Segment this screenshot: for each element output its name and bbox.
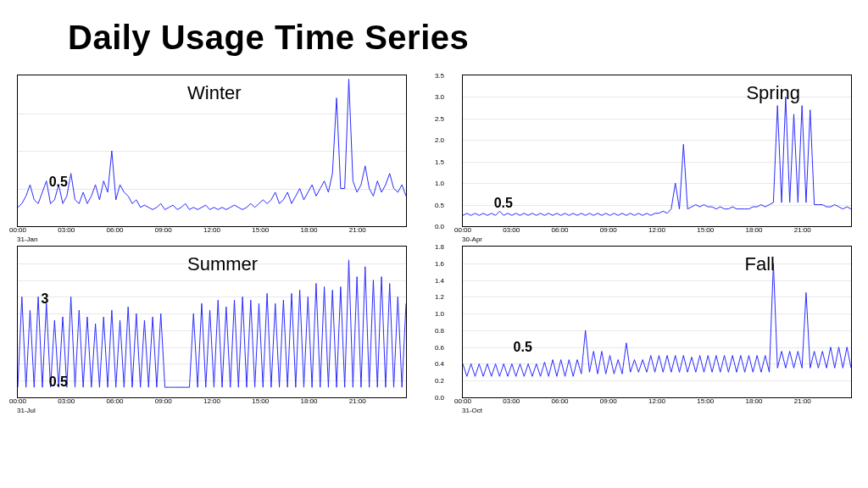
x-tick: 12:00	[648, 397, 665, 405]
annotation: 0.5	[514, 340, 532, 355]
annotation: 0.5	[49, 374, 68, 390]
y-tick: 3.0	[435, 93, 444, 101]
page-title: Daily Usage Time Series	[68, 19, 469, 57]
plot-area: 0.00.20.40.60.81.01.21.41.61.800:0003:00…	[462, 246, 852, 398]
x-tick: 21:00	[349, 397, 366, 405]
x-tick: 06:00	[551, 397, 568, 405]
chart-summer: 0.00.51.01.52.02.53.03.54.04.500:0003:00…	[17, 246, 407, 398]
chart-title: Summer	[187, 253, 258, 275]
annotation: 3	[41, 291, 48, 307]
date-label: 31-Jul	[17, 407, 36, 414]
x-tick: 09:00	[600, 226, 617, 234]
y-tick: 3.5	[435, 72, 444, 80]
x-tick: 03:00	[58, 226, 75, 234]
x-tick: 12:00	[203, 397, 220, 405]
x-tick: 18:00	[300, 226, 317, 234]
y-tick: 1.2	[435, 293, 444, 301]
plot-area: 0.00.51.01.52.02.53.03.500:0003:0006:000…	[462, 75, 852, 227]
x-tick: 03:00	[58, 397, 75, 405]
x-tick: 03:00	[503, 226, 520, 234]
y-tick: 0.4	[435, 360, 444, 368]
x-tick: 12:00	[648, 226, 665, 234]
y-tick: 0.0	[435, 223, 444, 230]
x-tick: 15:00	[252, 226, 269, 234]
x-tick: 15:00	[697, 226, 714, 234]
y-tick: 1.6	[435, 259, 444, 267]
y-tick: 0.2	[435, 377, 444, 385]
chart-title: Spring	[746, 82, 800, 104]
date-label: 30-Apr	[462, 236, 482, 243]
x-tick: 06:00	[106, 226, 123, 234]
x-tick: 09:00	[155, 226, 172, 234]
x-tick: 06:00	[106, 397, 123, 405]
series-line	[463, 247, 851, 397]
y-tick: 0.5	[435, 201, 444, 208]
chart-spring: 0.00.51.01.52.02.53.03.500:0003:0006:000…	[462, 75, 852, 227]
x-tick: 21:00	[794, 397, 811, 405]
y-tick: 2.0	[435, 136, 444, 144]
y-tick: 1.8	[435, 243, 444, 251]
chart-fall: 0.00.20.40.60.81.01.21.41.61.800:0003:00…	[462, 246, 852, 398]
date-label: 31-Jan	[17, 236, 37, 243]
x-tick: 12:00	[203, 226, 220, 234]
x-tick: 00:00	[454, 226, 471, 234]
annotation: 0.5	[494, 196, 513, 211]
x-tick: 21:00	[349, 226, 366, 234]
x-tick: 09:00	[600, 397, 617, 405]
y-tick: 1.4	[435, 276, 444, 284]
y-tick: 0.8	[435, 326, 444, 334]
x-tick: 18:00	[745, 226, 762, 234]
x-tick: 09:00	[155, 397, 172, 405]
date-label: 31-Oct	[462, 407, 482, 414]
plot-area: 0.00.51.01.52.000:0003:0006:0009:0012:00…	[17, 75, 407, 227]
x-tick: 18:00	[745, 397, 762, 405]
x-tick: 00:00	[9, 397, 26, 405]
chart-winter: 0.00.51.01.52.000:0003:0006:0009:0012:00…	[17, 75, 407, 227]
annotation: 0.5	[49, 175, 68, 190]
charts-grid: 0.00.51.01.52.000:0003:0006:0009:0012:00…	[17, 75, 854, 398]
x-tick: 00:00	[454, 397, 471, 405]
x-tick: 00:00	[9, 226, 26, 234]
x-tick: 18:00	[300, 397, 317, 405]
x-tick: 06:00	[551, 226, 568, 234]
y-tick: 1.5	[435, 158, 444, 165]
x-tick: 03:00	[503, 397, 520, 405]
y-tick: 0.0	[435, 394, 444, 402]
plot-area: 0.00.51.01.52.02.53.03.54.04.500:0003:00…	[17, 246, 407, 398]
chart-title: Fall	[745, 253, 775, 275]
y-tick: 0.6	[435, 343, 444, 351]
chart-title: Winter	[187, 82, 242, 104]
y-tick: 1.0	[435, 310, 444, 318]
x-tick: 15:00	[252, 397, 269, 405]
y-tick: 2.5	[435, 114, 444, 122]
x-tick: 21:00	[794, 226, 811, 234]
y-tick: 1.0	[435, 180, 444, 187]
x-tick: 15:00	[697, 397, 714, 405]
